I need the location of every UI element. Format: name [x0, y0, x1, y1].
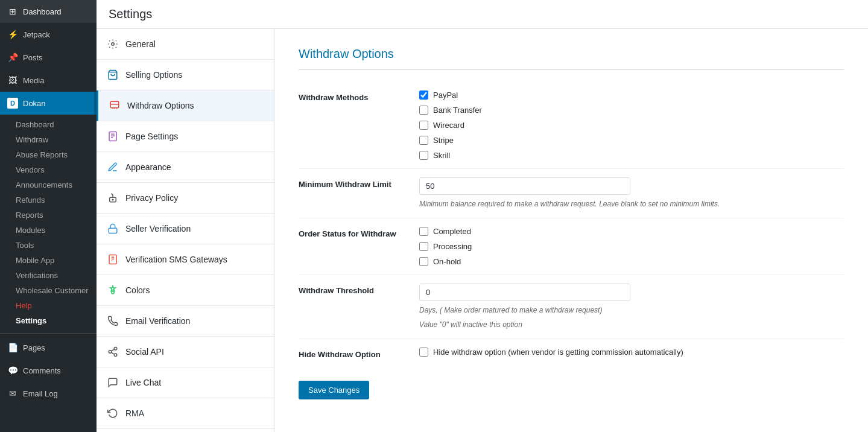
svg-line-19 [111, 352, 114, 354]
sub-nav-verifications[interactable]: Verifications [7, 268, 97, 283]
withdraw-methods-label: Withdraw Methods [299, 82, 419, 169]
wirecard-checkbox[interactable] [419, 121, 428, 130]
main-area: Settings General Selling Options [97, 0, 868, 432]
min-withdraw-input[interactable] [419, 177, 630, 195]
settings-nav-colors-label: Colors [125, 285, 150, 295]
settings-nav-social-api[interactable]: Social API [97, 337, 274, 367]
sub-nav-tools[interactable]: Tools [7, 238, 97, 253]
save-changes-button[interactable]: Save Changes [299, 381, 369, 399]
completed-option[interactable]: Completed [419, 227, 844, 236]
nav-label-posts: Posts [23, 53, 43, 62]
hide-withdraw-checkbox[interactable] [419, 348, 428, 357]
nav-item-dashboard[interactable]: ⊞ Dashboard [0, 0, 97, 23]
min-withdraw-field: Minimum balance required to make a withd… [419, 169, 844, 218]
settings-nav-sms-label: Verification SMS Gateways [125, 255, 227, 264]
order-status-row: Order Status for Withdraw Completed Proc… [299, 218, 844, 275]
nav-label-media: Media [23, 76, 44, 85]
paypal-checkbox[interactable] [419, 91, 428, 100]
settings-nav-email-verification[interactable]: Email Verification [97, 306, 274, 337]
nav-item-posts[interactable]: 📌 Posts [0, 46, 97, 69]
on-hold-label: On-hold [433, 257, 461, 266]
nav-item-jetpack[interactable]: ⚡ Jetpack [0, 23, 97, 46]
rma-icon [106, 407, 119, 420]
svg-point-17 [109, 351, 112, 354]
nav-item-pages[interactable]: 📄 Pages [0, 336, 97, 359]
withdraw-methods-field: PayPal Bank Transfer Wirecard [419, 82, 844, 169]
page-settings-icon [106, 130, 119, 143]
settings-nav-withdraw-label: Withdraw Options [127, 101, 194, 110]
skrill-option[interactable]: Skrill [419, 151, 844, 160]
jetpack-icon: ⚡ [7, 29, 18, 40]
skrill-label: Skrill [433, 151, 450, 160]
privacy-icon [106, 191, 119, 205]
completed-checkbox[interactable] [419, 227, 428, 236]
settings-nav-live-chat-label: Live Chat [125, 378, 161, 387]
settings-nav-rma[interactable]: RMA [97, 398, 274, 429]
sub-nav-announcements[interactable]: Announcements [7, 177, 97, 192]
settings-nav-email-ver-label: Email Verification [125, 316, 190, 326]
hide-withdraw-option-label: Hide withdraw option (when vendor is get… [433, 348, 683, 357]
svg-point-18 [114, 354, 117, 357]
withdraw-icon [108, 99, 121, 112]
nav-label-pages: Pages [23, 343, 45, 352]
stripe-checkbox[interactable] [419, 136, 428, 145]
nav-item-dokan[interactable]: D Dokan [0, 92, 97, 115]
on-hold-checkbox[interactable] [419, 257, 428, 266]
nav-item-email-log[interactable]: ✉ Email Log [0, 382, 97, 405]
sub-nav-modules[interactable]: Modules [7, 223, 97, 238]
withdraw-threshold-input[interactable] [419, 284, 630, 301]
sub-nav-help[interactable]: Help [7, 298, 97, 313]
settings-nav-social-label: Social API [125, 347, 164, 357]
processing-option[interactable]: Processing [419, 242, 844, 251]
paypal-label: PayPal [433, 91, 458, 100]
settings-nav-live-chat[interactable]: Live Chat [97, 367, 274, 398]
settings-nav-page-settings[interactable]: Page Settings [97, 121, 274, 152]
gear-icon [106, 37, 119, 51]
sub-nav-abuse-reports[interactable]: Abuse Reports [7, 147, 97, 162]
settings-nav-colors[interactable]: Colors [97, 275, 274, 306]
paypal-option[interactable]: PayPal [419, 91, 844, 100]
comments-icon: 💬 [7, 365, 18, 376]
sub-nav-reports[interactable]: Reports [7, 208, 97, 223]
sub-nav-vendors[interactable]: Vendors [7, 162, 97, 177]
sub-nav-refunds[interactable]: Refunds [7, 192, 97, 208]
settings-nav-seller-label: Seller Verification [125, 224, 191, 233]
withdraw-threshold-row: Withdraw Threshold Days, ( Make order ma… [299, 275, 844, 339]
nav-label-dokan: Dokan [23, 99, 46, 108]
skrill-checkbox[interactable] [419, 151, 428, 160]
bank-transfer-label: Bank Transfer [433, 106, 482, 115]
left-nav: ⊞ Dashboard ⚡ Jetpack 📌 Posts 🖼 Media D … [0, 0, 97, 432]
posts-icon: 📌 [7, 52, 18, 63]
bank-transfer-option[interactable]: Bank Transfer [419, 106, 844, 115]
bank-transfer-checkbox[interactable] [419, 106, 428, 115]
sub-nav-wholesale[interactable]: Wholesale Customer [7, 283, 97, 298]
settings-nav-appearance-label: Appearance [125, 162, 171, 172]
dokan-icon: D [7, 98, 18, 109]
settings-nav-seller-verification[interactable]: Seller Verification [97, 214, 274, 244]
sub-nav-mobile-app[interactable]: Mobile App [7, 253, 97, 268]
processing-checkbox[interactable] [419, 242, 428, 251]
on-hold-option[interactable]: On-hold [419, 257, 844, 266]
settings-nav-sms-gateways[interactable]: Verification SMS Gateways [97, 244, 274, 275]
hide-withdraw-row: Hide Withdraw Option Hide withdraw optio… [299, 339, 844, 369]
sub-nav-withdraw[interactable]: Withdraw [7, 132, 97, 147]
hide-withdraw-label: Hide Withdraw Option [299, 339, 419, 369]
nav-item-media[interactable]: 🖼 Media [0, 69, 97, 92]
settings-nav-selling-options[interactable]: Selling Options [97, 60, 274, 91]
nav-item-comments[interactable]: 💬 Comments [0, 359, 97, 382]
sub-nav-settings[interactable]: Settings [7, 313, 97, 328]
settings-nav-appearance[interactable]: Appearance [97, 152, 274, 183]
stripe-option[interactable]: Stripe [419, 136, 844, 145]
hide-withdraw-option[interactable]: Hide withdraw option (when vendor is get… [419, 348, 844, 357]
nav-label-comments: Comments [23, 366, 61, 375]
withdraw-threshold-field: Days, ( Make order matured to make a wit… [419, 275, 844, 339]
wirecard-option[interactable]: Wirecard [419, 121, 844, 130]
settings-nav-privacy[interactable]: Privacy Policy [97, 183, 274, 214]
settings-nav-rma-label: RMA [125, 408, 144, 418]
withdraw-methods-checkboxes: PayPal Bank Transfer Wirecard [419, 91, 844, 160]
sub-nav-dashboard[interactable]: Dashboard [7, 117, 97, 132]
settings-nav-withdraw-options[interactable]: Withdraw Options [97, 91, 274, 121]
settings-nav-general[interactable]: General [97, 29, 274, 60]
stripe-label: Stripe [433, 136, 454, 145]
content-row: General Selling Options Withdraw Options… [97, 29, 868, 432]
